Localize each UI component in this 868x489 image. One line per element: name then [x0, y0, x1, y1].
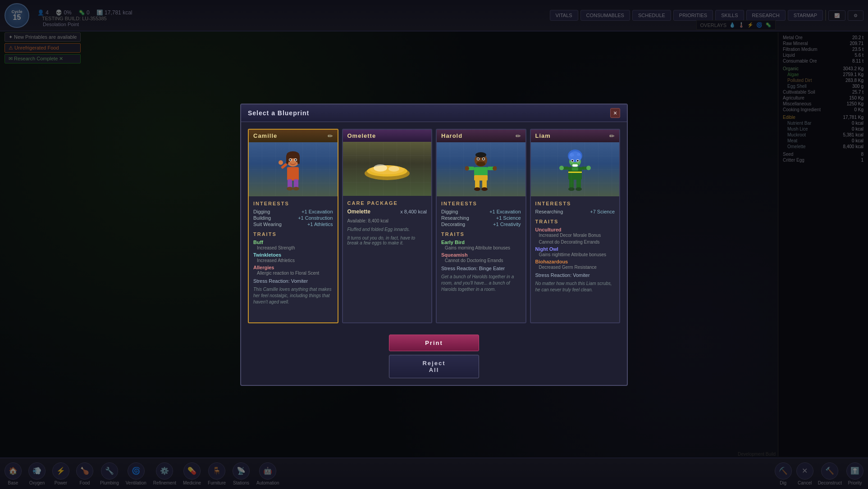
harold-interest-1: Researching +1 Science [441, 215, 521, 221]
omelette-sprite [360, 155, 414, 182]
harold-name: Harold [441, 132, 462, 139]
svg-point-10 [295, 159, 297, 161]
svg-point-24 [475, 154, 487, 167]
harold-header: Harold ✏ [437, 130, 525, 142]
svg-rect-36 [482, 180, 487, 189]
harold-trait-squeamish: Squeamish [441, 252, 521, 258]
modal-title: Select a Blueprint [248, 109, 309, 117]
harold-info: INTERESTS Digging +1 Excavation Research… [437, 196, 525, 322]
care-item-name: Omelette [347, 208, 370, 215]
svg-rect-3 [286, 155, 288, 164]
care-item-value: x 8,400 kcal [400, 209, 427, 214]
camille-flavor: This Camille loves anything that makes h… [253, 286, 333, 305]
svg-rect-0 [287, 167, 299, 181]
svg-point-42 [569, 155, 581, 167]
svg-point-30 [483, 158, 484, 160]
svg-point-2 [287, 151, 299, 158]
svg-rect-51 [572, 164, 578, 167]
harold-stress: Stress Reaction: Binge Eater [441, 266, 521, 271]
svg-rect-22 [474, 167, 488, 180]
modal-buttons: Print Reject All [241, 330, 627, 385]
modal-close-button[interactable]: × [610, 108, 620, 118]
camille-trait-allergy-desc: Allergic reaction to Floral Scent [257, 271, 333, 276]
omelette-info: CARE PACKAGE Omelette x 8,400 kcal Avail… [343, 196, 432, 322]
harold-interest-0: Digging +1 Excavation [441, 209, 521, 214]
svg-rect-53 [581, 167, 589, 170]
svg-rect-31 [467, 167, 475, 170]
harold-portrait [437, 142, 525, 196]
harold-edit-icon[interactable]: ✏ [516, 132, 521, 140]
print-button[interactable]: Print [389, 335, 479, 351]
modal-content: Camille ✏ [241, 122, 627, 330]
svg-point-45 [570, 153, 574, 157]
svg-point-15 [287, 187, 293, 190]
care-available: Available: 8,400 kcal [347, 218, 427, 223]
svg-point-25 [475, 152, 486, 158]
omelette-name: Omelette [347, 132, 376, 139]
char-card-liam[interactable]: Liam ✏ [530, 129, 621, 323]
liam-portrait [531, 142, 620, 196]
camille-trait-buff-desc: Increased Strength [257, 245, 333, 250]
camille-portrait [249, 142, 338, 196]
svg-point-34 [493, 166, 497, 171]
harold-interests-title: INTERESTS [441, 201, 521, 206]
svg-point-58 [568, 187, 575, 191]
reject-all-button[interactable]: Reject All [389, 355, 479, 378]
svg-point-47 [571, 159, 574, 162]
svg-point-37 [474, 187, 480, 191]
svg-point-27 [477, 158, 480, 160]
svg-point-50 [577, 160, 579, 162]
camille-info: INTERESTS Digging +1 Excavation Building… [249, 196, 338, 322]
svg-rect-23 [474, 175, 488, 181]
harold-trait-earlybird: Early Bird [441, 240, 521, 245]
camille-trait-twinkle: Twinkletoes [253, 252, 333, 258]
care-desc-2: It turns out you do, in fact, have to br… [347, 235, 427, 245]
harold-trait-squeamish-desc: Cannot do Doctoring Errands [445, 258, 521, 263]
liam-trait-nightowl: Night Owl [535, 246, 615, 252]
char-card-camille[interactable]: Camille ✏ [248, 129, 338, 323]
harold-traits-title: TRAITS [441, 231, 521, 237]
camille-traits-section: TRAITS Buff Increased Strength Twinkleto… [253, 231, 333, 276]
svg-point-33 [465, 166, 469, 171]
svg-point-29 [482, 158, 485, 160]
svg-point-17 [365, 167, 410, 180]
svg-point-38 [481, 187, 488, 191]
care-package-title: CARE PACKAGE [347, 200, 427, 206]
char-card-harold[interactable]: Harold ✏ [436, 129, 526, 323]
camille-interest-0: Digging +1 Excavation [253, 209, 333, 214]
camille-header: Camille ✏ [249, 130, 338, 142]
svg-rect-35 [475, 180, 480, 189]
svg-point-1 [287, 154, 299, 167]
svg-point-19 [370, 165, 404, 174]
camille-trait-allergy: Allergies [253, 265, 333, 270]
harold-trait-earlybird-desc: Gains morning Attribute bonuses [445, 245, 521, 250]
svg-point-21 [388, 166, 399, 172]
svg-rect-5 [288, 154, 290, 162]
char-card-omelette[interactable]: Omelette [342, 129, 433, 323]
svg-rect-57 [576, 179, 581, 189]
camille-edit-icon[interactable]: ✏ [328, 132, 333, 140]
svg-point-18 [367, 166, 407, 177]
liam-sprite [559, 147, 591, 192]
harold-flavor: Get a bunch of Harolds together in a roo… [441, 274, 521, 293]
svg-rect-11 [281, 163, 288, 169]
camille-name: Camille [253, 132, 277, 139]
camille-trait-buff: Buff [253, 240, 333, 245]
liam-info: INTERESTS Researching +7 Science TRAITS … [531, 196, 620, 322]
camille-interest-1: Building +1 Construction [253, 215, 333, 221]
harold-sprite [465, 147, 497, 192]
care-package-row: Omelette x 8,400 kcal [347, 208, 427, 215]
liam-flavor: No matter how much this Liam scrubs, he … [535, 281, 615, 293]
modal-overlay: Select a Blueprint × Camille ✏ [0, 0, 868, 489]
camille-traits-title: TRAITS [253, 231, 333, 237]
svg-point-26 [476, 162, 485, 166]
omelette-portrait [343, 142, 432, 196]
omelette-header: Omelette [343, 130, 432, 142]
svg-rect-41 [568, 172, 582, 173]
liam-edit-icon[interactable]: ✏ [609, 132, 615, 140]
liam-traits-title: TRAITS [535, 219, 615, 224]
character-cards-row: Camille ✏ [248, 129, 620, 323]
svg-rect-56 [569, 179, 574, 189]
blueprint-modal: Select a Blueprint × Camille ✏ [240, 104, 628, 386]
svg-rect-14 [294, 179, 298, 188]
